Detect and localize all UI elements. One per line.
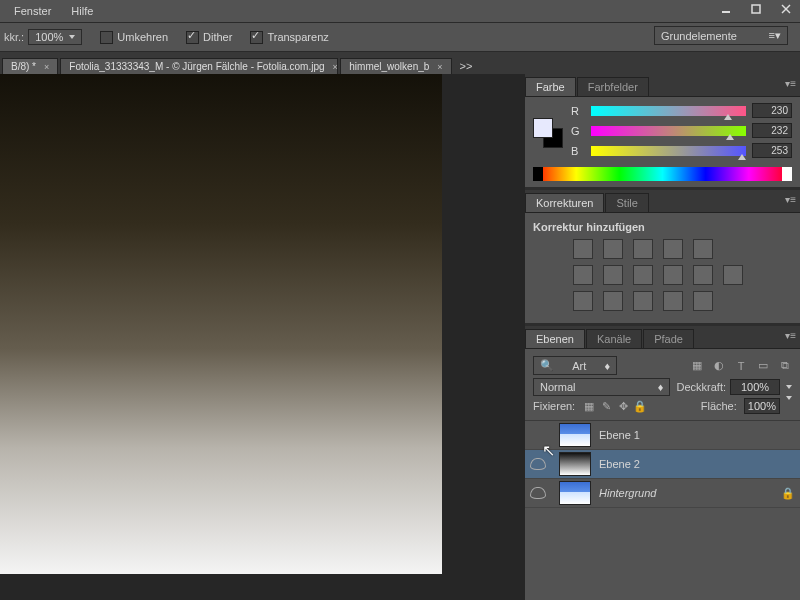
menu-help[interactable]: Hilfe: [61, 3, 103, 19]
foreground-color-swatch[interactable]: [533, 118, 553, 138]
layer-filter[interactable]: 🔍 Art ♦: [533, 356, 617, 375]
svg-rect-1: [752, 5, 760, 13]
panel-menu-icon[interactable]: ▾≡: [785, 194, 796, 205]
filter-shape-icon[interactable]: ▭: [756, 359, 770, 373]
filter-smart-icon[interactable]: ⧉: [778, 359, 792, 373]
black-white-icon[interactable]: [633, 265, 653, 285]
tab-color[interactable]: Farbe: [525, 77, 576, 96]
layer-row[interactable]: Ebene 2: [525, 450, 800, 479]
threshold-icon[interactable]: [633, 291, 653, 311]
layer-name[interactable]: Ebene 1: [599, 429, 800, 441]
b-value[interactable]: 253: [752, 143, 792, 158]
photo-filter-icon[interactable]: [663, 265, 683, 285]
lock-pixels-icon[interactable]: ▦: [582, 399, 596, 413]
layer-name[interactable]: Hintergrund: [599, 487, 776, 499]
opacity-label: kkr.:: [4, 31, 24, 43]
opacity-label: Deckkraft:: [676, 381, 726, 393]
window-minimize[interactable]: [712, 0, 740, 18]
layer-row[interactable]: Hintergrund 🔒: [525, 479, 800, 508]
close-icon[interactable]: ×: [333, 62, 338, 72]
layer-fill[interactable]: 100%: [744, 398, 780, 414]
channel-mixer-icon[interactable]: [693, 265, 713, 285]
dither-label: Dither: [203, 31, 232, 43]
gradient-map-icon[interactable]: [663, 291, 683, 311]
layer-thumbnail[interactable]: [559, 452, 591, 476]
lock-paint-icon[interactable]: ✎: [599, 399, 613, 413]
filter-type-icon[interactable]: T: [734, 359, 748, 373]
filter-pixel-icon[interactable]: ▦: [690, 359, 704, 373]
window-maximize[interactable]: [742, 0, 770, 18]
b-label: B: [571, 145, 585, 157]
curves-icon[interactable]: [633, 239, 653, 259]
blend-mode-dropdown[interactable]: Normal♦: [533, 378, 670, 396]
vibrance-icon[interactable]: [693, 239, 713, 259]
doc-tab-3[interactable]: himmel_wolken_b×: [340, 58, 451, 74]
g-label: G: [571, 125, 585, 137]
transparency-label: Transparenz: [267, 31, 328, 43]
reverse-checkbox[interactable]: [100, 31, 113, 44]
tab-channels[interactable]: Kanäle: [586, 329, 642, 348]
layer-opacity[interactable]: 100%: [730, 379, 780, 395]
tab-layers[interactable]: Ebenen: [525, 329, 585, 348]
tab-paths[interactable]: Pfade: [643, 329, 694, 348]
fill-label: Fläche:: [701, 400, 737, 412]
r-slider[interactable]: [591, 106, 746, 116]
menu-window[interactable]: Fenster: [4, 3, 61, 19]
levels-icon[interactable]: [603, 239, 623, 259]
add-adjustment-title: Korrektur hinzufügen: [533, 221, 792, 233]
invert-icon[interactable]: [573, 291, 593, 311]
lock-move-icon[interactable]: ✥: [616, 399, 630, 413]
doc-tab-1[interactable]: B/8) *×: [2, 58, 58, 74]
workspace-selector[interactable]: Grundelemente≡▾: [654, 26, 788, 45]
posterize-icon[interactable]: [603, 291, 623, 311]
window-close[interactable]: [772, 0, 800, 18]
g-value[interactable]: 232: [752, 123, 792, 138]
lock-all-icon[interactable]: 🔒: [633, 399, 647, 413]
panel-menu-icon[interactable]: ▾≡: [785, 330, 796, 341]
exposure-icon[interactable]: [663, 239, 683, 259]
tab-swatches[interactable]: Farbfelder: [577, 77, 649, 96]
r-label: R: [571, 105, 585, 117]
layer-thumbnail[interactable]: [559, 423, 591, 447]
lock-label: Fixieren:: [533, 400, 575, 412]
hue-sat-icon[interactable]: [573, 265, 593, 285]
opacity-value[interactable]: 100%: [28, 29, 82, 45]
transparency-checkbox[interactable]: [250, 31, 263, 44]
visibility-toggle[interactable]: [530, 458, 546, 470]
tab-styles[interactable]: Stile: [605, 193, 648, 212]
r-value[interactable]: 230: [752, 103, 792, 118]
g-slider[interactable]: [591, 126, 746, 136]
reverse-label: Umkehren: [117, 31, 168, 43]
layer-thumbnail[interactable]: [559, 481, 591, 505]
layer-name[interactable]: Ebene 2: [599, 458, 800, 470]
visibility-toggle[interactable]: [530, 487, 546, 499]
filter-adjust-icon[interactable]: ◐: [712, 359, 726, 373]
lock-icon: 🔒: [776, 487, 800, 500]
color-balance-icon[interactable]: [603, 265, 623, 285]
brightness-contrast-icon[interactable]: [573, 239, 593, 259]
color-lookup-icon[interactable]: [723, 265, 743, 285]
layer-row[interactable]: Ebene 1: [525, 421, 800, 450]
close-icon[interactable]: ×: [44, 62, 49, 72]
selective-color-icon[interactable]: [693, 291, 713, 311]
dither-checkbox[interactable]: [186, 31, 199, 44]
panel-menu-icon[interactable]: ▾≡: [785, 78, 796, 89]
b-slider[interactable]: [591, 146, 746, 156]
close-icon[interactable]: ×: [437, 62, 442, 72]
color-swatches[interactable]: [533, 118, 563, 148]
document-canvas[interactable]: [0, 74, 442, 574]
tab-overflow[interactable]: >>: [454, 58, 479, 74]
color-spectrum[interactable]: [533, 167, 792, 181]
doc-tab-2[interactable]: Fotolia_31333343_M - © Jürgen Fälchle - …: [60, 58, 338, 74]
tab-adjustments[interactable]: Korrekturen: [525, 193, 604, 212]
